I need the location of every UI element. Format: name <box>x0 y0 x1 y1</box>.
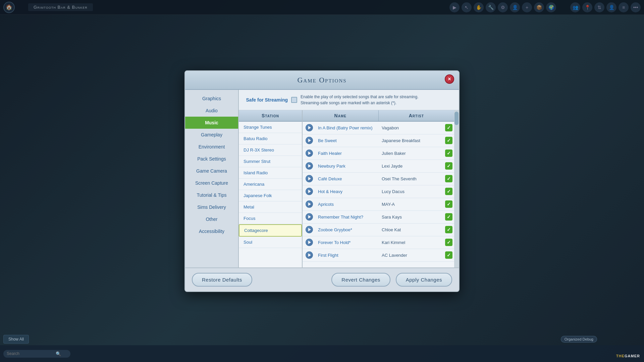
song-name-4: Café Deluxe <box>316 175 380 183</box>
song-play-3[interactable] <box>305 161 314 171</box>
song-name-5: Hot & Heavy <box>316 188 380 195</box>
station-item-strange-tunes[interactable]: Strange Tunes <box>239 122 302 133</box>
debug-badge: Organized Debug <box>561 336 597 343</box>
revert-changes-button[interactable]: Revert Changes <box>331 273 390 287</box>
close-button[interactable]: × <box>445 74 454 84</box>
nav-item-graphics[interactable]: Graphics <box>185 93 238 105</box>
restore-defaults-button[interactable]: Restore Defaults <box>192 273 252 287</box>
song-check-0[interactable]: ✓ <box>443 124 454 131</box>
nav-item-accessibility[interactable]: Accessibility <box>185 225 238 237</box>
watermark: THEGAMER <box>616 354 640 358</box>
song-check-2[interactable]: ✓ <box>443 149 454 157</box>
streaming-bar: Safe for Streaming Enable the play of on… <box>239 90 459 110</box>
song-name-7: Remember That Night? <box>316 213 380 221</box>
apply-changes-button[interactable]: Apply Changes <box>396 273 452 287</box>
station-item-focus[interactable]: Focus <box>239 213 302 224</box>
song-artist-10: AC Lavender <box>380 251 443 259</box>
song-row: Newbury Park Lexi Jayde ✓ <box>303 160 454 173</box>
station-item-soul[interactable]: Soul <box>239 237 302 248</box>
station-list: Strange Tunes Batuu Radio DJ R-3X Stereo… <box>239 122 302 267</box>
station-item-japanese-folk[interactable]: Japanese Folk <box>239 190 302 201</box>
song-check-1[interactable]: ✓ <box>443 137 454 144</box>
nav-item-other[interactable]: Other <box>185 213 238 225</box>
dialog-body: Graphics Audio Music Gameplay Environmen… <box>185 90 459 267</box>
song-play-9[interactable] <box>305 238 314 247</box>
dialog-title: Game Options <box>297 76 346 84</box>
game-options-dialog: Game Options × Graphics Audio Music Game… <box>184 70 460 292</box>
scrollbar-track[interactable] <box>454 110 459 267</box>
streaming-checkbox[interactable] <box>291 97 297 103</box>
song-artist-4: Osei The Seventh <box>380 175 443 183</box>
song-artist-9: Kari Kimmel <box>380 239 443 246</box>
song-check-6[interactable]: ✓ <box>443 200 454 208</box>
nav-item-gameplay[interactable]: Gameplay <box>185 129 238 141</box>
song-play-7[interactable] <box>305 212 314 222</box>
dialog-footer: Restore Defaults Revert Changes Apply Ch… <box>185 267 459 291</box>
song-name-6: Apricots <box>316 200 380 208</box>
bottom-bar: 🔍 Organized Debug <box>0 345 644 362</box>
song-play-0[interactable] <box>305 123 314 132</box>
station-item-dj-r3x[interactable]: DJ R-3X Stereo <box>239 144 302 156</box>
artist-column-header: Artist <box>379 110 454 121</box>
songs-area: Name Artist In A Bind (Batry Powr remix)… <box>303 110 454 267</box>
song-row: Be Sweet Japanese Breakfast ✓ <box>303 134 454 147</box>
station-item-metal[interactable]: Metal <box>239 201 302 213</box>
streaming-description: Enable the play of only selected songs t… <box>301 94 419 106</box>
song-artist-1: Japanese Breakfast <box>380 137 443 144</box>
station-item-cottagecore[interactable]: Cottagecore <box>239 224 302 237</box>
song-artist-6: MAY-A <box>380 200 443 208</box>
song-name-0: In A Bind (Batry Powr remix) <box>316 124 380 132</box>
song-row: First Flight AC Lavender ✓ <box>303 249 454 262</box>
song-name-9: Forever To Hold* <box>316 239 380 246</box>
song-play-6[interactable] <box>305 199 314 209</box>
song-row: In A Bind (Batry Powr remix) Vagabon ✓ <box>303 122 454 134</box>
nav-item-music[interactable]: Music <box>185 117 238 129</box>
song-check-8[interactable]: ✓ <box>443 226 454 233</box>
song-play-8[interactable] <box>305 225 314 234</box>
show-all-button[interactable]: Show All <box>3 335 29 344</box>
search-icon: 🔍 <box>56 351 61 356</box>
station-item-batuu-radio[interactable]: Batuu Radio <box>239 133 302 144</box>
song-row: Zooboe Gryyboe* Chloe Kat ✓ <box>303 224 454 236</box>
station-item-island-radio[interactable]: Island Radio <box>239 167 302 179</box>
song-play-5[interactable] <box>305 187 314 196</box>
nav-item-screen-capture[interactable]: Screen Capture <box>185 177 238 189</box>
dialog-overlay: Game Options × Graphics Audio Music Game… <box>0 0 644 362</box>
song-check-9[interactable]: ✓ <box>443 239 454 246</box>
song-check-4[interactable]: ✓ <box>443 175 454 182</box>
station-column-header: Station <box>239 110 302 122</box>
song-check-7[interactable]: ✓ <box>443 213 454 221</box>
song-check-5[interactable]: ✓ <box>443 188 454 195</box>
song-artist-5: Lucy Dacus <box>380 188 443 195</box>
station-item-americana[interactable]: Americana <box>239 179 302 190</box>
song-name-3: Newbury Park <box>316 162 380 170</box>
song-artist-2: Julien Baker <box>380 149 443 157</box>
song-play-1[interactable] <box>305 136 314 145</box>
song-check-10[interactable]: ✓ <box>443 251 454 259</box>
nav-item-pack-settings[interactable]: Pack Settings <box>185 153 238 165</box>
song-play-2[interactable] <box>305 148 314 158</box>
nav-item-tutorial-tips[interactable]: Tutorial & Tips <box>185 189 238 201</box>
settings-sidebar: Graphics Audio Music Gameplay Environmen… <box>185 90 239 267</box>
nav-item-sims-delivery[interactable]: Sims Delivery <box>185 201 238 213</box>
search-input[interactable] <box>7 351 54 356</box>
scrollbar-thumb[interactable] <box>454 112 459 125</box>
song-artist-7: Sara Kays <box>380 213 443 221</box>
song-name-2: Faith Healer <box>316 149 380 157</box>
nav-item-audio[interactable]: Audio <box>185 105 238 117</box>
songs-header: Name Artist <box>303 110 454 122</box>
music-table: Station Strange Tunes Batuu Radio DJ R-3… <box>239 110 459 267</box>
station-item-summer-strut[interactable]: Summer Strut <box>239 156 302 167</box>
song-check-3[interactable]: ✓ <box>443 162 454 170</box>
nav-item-game-camera[interactable]: Game Camera <box>185 165 238 177</box>
name-column-header: Name <box>303 110 379 121</box>
nav-item-environment[interactable]: Environment <box>185 141 238 153</box>
search-bar: 🔍 <box>3 350 70 358</box>
song-play-4[interactable] <box>305 174 314 183</box>
song-artist-3: Lexi Jayde <box>380 162 443 170</box>
song-row: Café Deluxe Osei The Seventh ✓ <box>303 173 454 185</box>
song-row: Apricots MAY-A ✓ <box>303 198 454 211</box>
song-name-10: First Flight <box>316 251 380 259</box>
song-play-10[interactable] <box>305 250 314 260</box>
song-row: Faith Healer Julien Baker ✓ <box>303 147 454 160</box>
